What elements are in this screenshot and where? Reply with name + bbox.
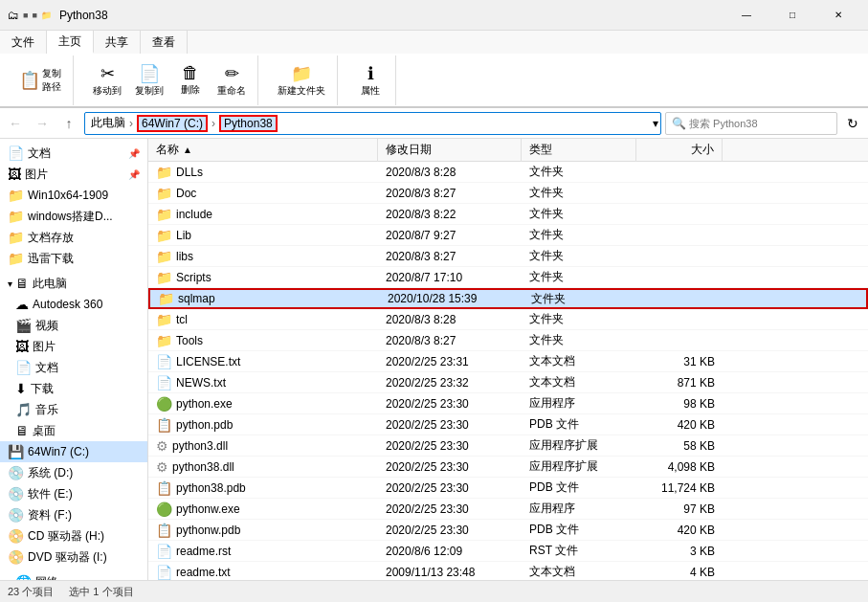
- sidebar-item-winbuild[interactable]: 📁 windows搭建D...: [0, 206, 147, 227]
- sidebar-label-c-drive: 64Win7 (C:): [28, 445, 89, 458]
- ribbon-move-btn[interactable]: ✂ 移动到: [89, 61, 125, 100]
- sidebar-item-network[interactable]: ▸ 🌐 网络: [0, 571, 147, 580]
- file-row-7[interactable]: 📁 tcl 2020/8/3 8:28 文件夹: [148, 309, 868, 330]
- autodesk-icon: ☁: [15, 297, 29, 312]
- maximize-button[interactable]: □: [770, 0, 814, 31]
- sidebar-item-d-drive[interactable]: 💿 系统 (D:): [0, 462, 147, 483]
- sidebar-item-thunder[interactable]: 📁 迅雷下载: [0, 248, 147, 269]
- file-row-17[interactable]: 📋 pythonw.pdb 2020/2/25 23:30 PDB 文件 420…: [148, 520, 868, 541]
- file-row-11[interactable]: 🟢 python.exe 2020/2/25 23:30 应用程序 98 KB: [148, 393, 868, 414]
- file-row-6[interactable]: 📁 sqlmap 2020/10/28 15:39 文件夹: [148, 288, 868, 309]
- sidebar-item-downloads[interactable]: ⬇ 下载: [0, 378, 147, 399]
- file-row-16[interactable]: 🟢 pythonw.exe 2020/2/25 23:30 应用程序 97 KB: [148, 499, 868, 520]
- file-cell-size-4: [636, 246, 723, 267]
- file-icon-15: 📋: [156, 480, 172, 496]
- back-button[interactable]: ←: [4, 112, 27, 135]
- sidebar-item-videos[interactable]: 🎬 视频: [0, 315, 147, 336]
- sidebar-item-documents[interactable]: 📄 文档 📌: [0, 143, 147, 164]
- file-row-4[interactable]: 📁 libs 2020/8/3 8:27 文件夹: [148, 246, 868, 267]
- file-icon-1: 📁: [156, 186, 172, 201]
- breadcrumb-folder[interactable]: Python38: [219, 115, 278, 132]
- file-cell-name-11: 🟢 python.exe: [148, 393, 378, 414]
- ribbon-new-folder-btn[interactable]: 📁 新建文件夹: [274, 61, 329, 100]
- tab-file[interactable]: 文件: [0, 31, 47, 54]
- documents-icon: 📄: [8, 145, 24, 161]
- file-cell-date-17: 2020/2/25 23:30: [378, 520, 522, 541]
- sidebar-item-docs[interactable]: 📄 文档: [0, 357, 147, 378]
- file-row-3[interactable]: 📁 Lib 2020/8/7 9:27 文件夹: [148, 225, 868, 246]
- col-header-type[interactable]: 类型: [522, 139, 636, 162]
- minimize-button[interactable]: —: [724, 0, 768, 31]
- ribbon-rename-btn[interactable]: ✏ 重命名: [213, 61, 250, 100]
- file-row-2[interactable]: 📁 include 2020/8/3 8:22 文件夹: [148, 204, 868, 225]
- file-cell-name-15: 📋 python38.pdb: [148, 478, 378, 499]
- file-cell-date-6: 2020/10/28 15:39: [380, 288, 523, 309]
- sidebar-item-win10[interactable]: 📁 Win10x64-1909: [0, 185, 147, 206]
- col-header-size[interactable]: 大小: [636, 139, 723, 162]
- file-cell-name-3: 📁 Lib: [148, 225, 378, 246]
- ribbon-delete-btn[interactable]: 🗑 删除: [173, 61, 208, 99]
- ribbon-copy-btn[interactable]: 📋 复制 路径: [15, 65, 65, 96]
- file-row-8[interactable]: 📁 Tools 2020/8/3 8:27 文件夹: [148, 330, 868, 351]
- breadcrumb-drive[interactable]: 64Win7 (C:): [137, 115, 208, 132]
- file-row-18[interactable]: 📄 readme.rst 2020/8/6 12:09 RST 文件 3 KB: [148, 541, 868, 562]
- up-button[interactable]: ↑: [57, 112, 80, 135]
- file-row-1[interactable]: 📁 Doc 2020/8/3 8:27 文件夹: [148, 183, 868, 204]
- file-cell-name-2: 📁 include: [148, 204, 378, 225]
- file-row-0[interactable]: 📁 DLLs 2020/8/3 8:28 文件夹: [148, 162, 868, 183]
- file-row-5[interactable]: 📁 Scripts 2020/8/7 17:10 文件夹: [148, 267, 868, 288]
- network-icon: 🌐: [15, 574, 32, 580]
- address-dropdown-btn[interactable]: ▾: [653, 117, 658, 130]
- file-row-13[interactable]: ⚙ python3.dll 2020/2/25 23:30 应用程序扩展 58 …: [148, 435, 868, 457]
- sidebar-item-c-drive[interactable]: 💾 64Win7 (C:): [0, 441, 147, 462]
- sidebar-item-i-drive[interactable]: 📀 DVD 驱动器 (I:): [0, 546, 147, 568]
- ribbon-clipboard-group: 📋 复制 路径: [8, 56, 74, 105]
- quick-access-props: ■: [32, 11, 36, 20]
- sidebar-item-pics[interactable]: 🖼 图片: [0, 336, 147, 357]
- ribbon-copy-to-btn[interactable]: 📄 复制到: [131, 61, 167, 100]
- search-box[interactable]: 🔍: [665, 112, 837, 135]
- file-row-14[interactable]: ⚙ python38.dll 2020/2/25 23:30 应用程序扩展 4,…: [148, 457, 868, 478]
- sidebar-item-h-drive[interactable]: 📀 CD 驱动器 (H:): [0, 525, 147, 546]
- file-row-15[interactable]: 📋 python38.pdb 2020/2/25 23:30 PDB 文件 11…: [148, 478, 868, 499]
- file-name-6: sqlmap: [178, 292, 215, 305]
- file-cell-name-1: 📁 Doc: [148, 183, 378, 204]
- col-header-date[interactable]: 修改日期: [378, 139, 522, 162]
- file-icon-13: ⚙: [156, 438, 168, 454]
- sidebar-item-f-drive[interactable]: 💿 资料 (F:): [0, 504, 147, 525]
- file-cell-date-19: 2009/11/13 23:48: [378, 562, 522, 581]
- search-input[interactable]: [689, 118, 823, 129]
- network-expand-icon: ▸: [8, 577, 12, 581]
- h-drive-icon: 📀: [8, 528, 24, 544]
- file-row-9[interactable]: 📄 LICENSE.txt 2020/2/25 23:31 文本文档 31 KB: [148, 351, 868, 372]
- tab-view[interactable]: 查看: [141, 31, 188, 54]
- sidebar-item-music[interactable]: 🎵 音乐: [0, 399, 147, 420]
- file-cell-size-11: 98 KB: [636, 393, 723, 414]
- close-button[interactable]: ✕: [816, 0, 860, 31]
- file-name-8: Tools: [176, 334, 203, 347]
- file-row-19[interactable]: 📄 readme.txt 2009/11/13 23:48 文本文档 4 KB: [148, 562, 868, 580]
- file-name-2: include: [176, 208, 212, 221]
- rename-icon: ✏: [225, 63, 239, 84]
- file-cell-type-5: 文件夹: [522, 267, 636, 288]
- sidebar-item-pictures[interactable]: 🖼 图片 📌: [0, 164, 147, 185]
- tab-share[interactable]: 共享: [94, 31, 141, 54]
- tab-home[interactable]: 主页: [47, 31, 94, 54]
- sidebar-item-docstore[interactable]: 📁 文档存放: [0, 227, 147, 248]
- sidebar-item-autodesk[interactable]: ☁ Autodesk 360: [0, 294, 147, 315]
- file-cell-size-7: [636, 309, 723, 330]
- ribbon-properties-btn[interactable]: ℹ 属性: [353, 61, 388, 100]
- file-cell-type-3: 文件夹: [522, 225, 636, 246]
- breadcrumb-thispc[interactable]: 此电脑: [91, 115, 125, 131]
- file-cell-type-12: PDB 文件: [522, 414, 636, 435]
- sidebar-item-desktop[interactable]: 🖥 桌面: [0, 420, 147, 441]
- forward-button[interactable]: →: [31, 112, 54, 135]
- col-header-name[interactable]: 名称 ▲: [148, 139, 378, 162]
- file-row-10[interactable]: 📄 NEWS.txt 2020/2/25 23:32 文本文档 871 KB: [148, 372, 868, 393]
- sidebar-label-i-drive: DVD 驱动器 (I:): [28, 549, 107, 566]
- address-path[interactable]: 此电脑 › 64Win7 (C:) › Python38 ▾: [84, 112, 661, 135]
- sidebar-item-e-drive[interactable]: 💿 软件 (E:): [0, 483, 147, 504]
- file-row-12[interactable]: 📋 python.pdb 2020/2/25 23:30 PDB 文件 420 …: [148, 414, 868, 435]
- refresh-button[interactable]: ↻: [841, 112, 864, 135]
- sidebar-item-thispc[interactable]: ▾ 🖥 此电脑: [0, 273, 147, 294]
